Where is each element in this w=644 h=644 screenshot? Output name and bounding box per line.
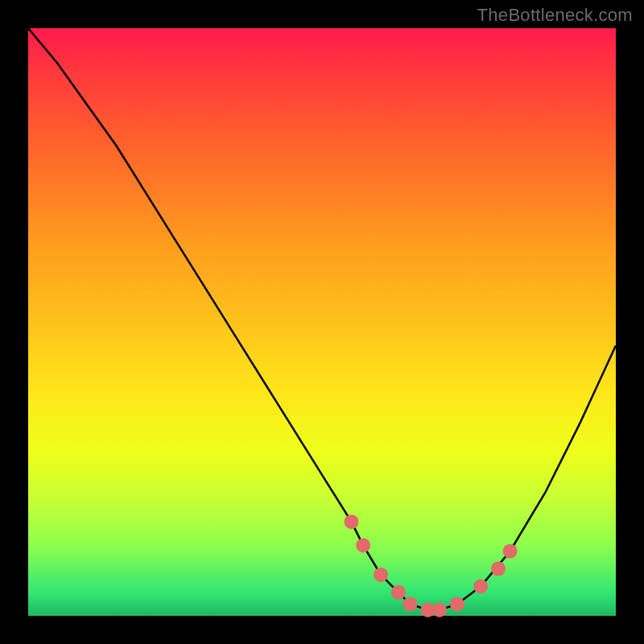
curve-marker — [391, 585, 406, 600]
curve-marker — [473, 580, 488, 594]
curve-marker — [432, 603, 447, 617]
curve-marker — [450, 597, 464, 611]
bottleneck-curve — [28, 28, 616, 610]
curve-marker — [356, 538, 370, 552]
curve-marker — [374, 568, 388, 582]
curve-marker — [491, 562, 506, 576]
curve-layer — [28, 28, 616, 616]
plot-area — [28, 28, 616, 616]
curve-markers — [345, 514, 518, 617]
curve-marker — [503, 544, 518, 559]
chart-frame: TheBottleneck.com — [0, 0, 644, 644]
curve-marker — [403, 597, 418, 611]
curve-marker — [345, 514, 359, 529]
source-watermark: TheBottleneck.com — [477, 5, 633, 26]
